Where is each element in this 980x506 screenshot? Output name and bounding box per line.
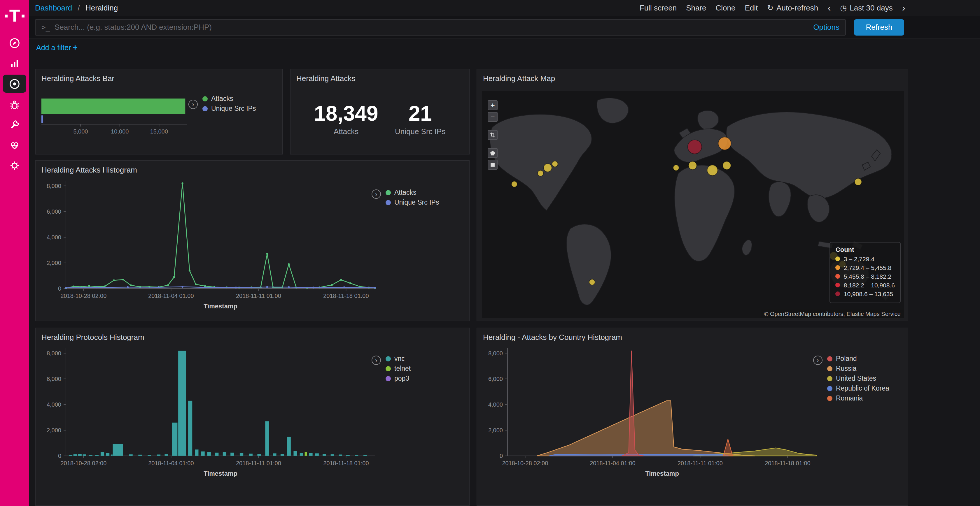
logo-letter: T (10, 7, 20, 24)
app-sidebar: T (0, 0, 29, 506)
attacks-bar-chart[interactable]: 5,00010,00015,000 (38, 90, 231, 145)
rect-select-button[interactable] (488, 160, 498, 170)
map-legend-title: Count (835, 246, 895, 253)
legend-item[interactable]: Romania (827, 395, 889, 402)
sidebar-icon-heartbeat[interactable] (0, 135, 29, 155)
legend-label: Russia (836, 365, 856, 372)
map-marker[interactable] (723, 162, 731, 170)
legend-toggle-icon[interactable]: › (188, 100, 198, 109)
fit-bounds-button[interactable] (488, 130, 498, 140)
sidebar-icon-target[interactable] (3, 75, 26, 93)
legend-item[interactable]: Attacks (386, 189, 439, 196)
auto-refresh-button[interactable]: ↻Auto-refresh (767, 3, 818, 12)
legend-label: Attacks (395, 189, 416, 196)
legend-toggle-icon[interactable]: › (372, 189, 381, 199)
legend-label: 3 – 2,729.4 (844, 255, 874, 262)
polygon-select-button[interactable] (488, 148, 498, 158)
refresh-cycle-icon: ↻ (767, 3, 773, 12)
svg-text:15,000: 15,000 (150, 128, 168, 135)
full-screen-button[interactable]: Full screen (640, 3, 677, 12)
map-marker[interactable] (552, 161, 558, 167)
svg-text:8,000: 8,000 (47, 183, 61, 189)
time-forward-button[interactable]: › (902, 3, 905, 13)
map-controls: + − (488, 100, 498, 171)
zoom-out-button[interactable]: − (488, 112, 498, 122)
sidebar-icon-gear[interactable] (0, 155, 29, 176)
legend-item[interactable]: Russia (827, 365, 889, 372)
legend-item[interactable]: 3 – 2,729.4 (835, 255, 895, 262)
refresh-button[interactable]: Refresh (854, 19, 904, 35)
breadcrumb-dashboard-link[interactable]: Dashboard (35, 3, 72, 12)
map-marker[interactable] (718, 137, 731, 150)
sidebar-icon-wrench[interactable] (0, 114, 29, 135)
map-marker[interactable] (854, 178, 862, 186)
map-marker[interactable] (511, 181, 517, 187)
legend-item[interactable]: 2,729.4 – 5,455.8 (835, 264, 895, 271)
attack-map[interactable]: + − Count 3 – 2,729.42,729.4 – 5,455.85,… (482, 91, 904, 318)
protocols-histogram-chart[interactable]: 02,0004,0006,0008,0002018-10-28 02:00201… (38, 343, 388, 489)
time-range-button[interactable]: ◷Last 30 days (840, 3, 893, 12)
map-marker[interactable] (673, 165, 679, 171)
sidebar-icon-bar-chart[interactable] (0, 53, 29, 73)
search-box[interactable]: >_ Options (35, 19, 846, 35)
legend-label: telnet (395, 365, 410, 372)
zoom-in-button[interactable]: + (488, 100, 498, 110)
legend-item[interactable]: pop3 (386, 375, 410, 382)
map-marker[interactable] (689, 162, 697, 170)
svg-text:2018-11-04 01:00: 2018-11-04 01:00 (148, 293, 194, 299)
panel-heralding-attacks-histogram: Heralding Attacks Histogram 02,0004,0006… (35, 160, 469, 321)
breadcrumb-current: Heralding (86, 3, 118, 12)
add-filter-link[interactable]: Add a filter+ (36, 43, 78, 52)
sidebar-icon-compass[interactable] (0, 33, 29, 53)
panel-title[interactable]: Heralding Attack Map (477, 69, 908, 85)
panel-heralding-protocols-histogram: Heralding Protocols Histogram 02,0004,00… (35, 328, 469, 506)
map-marker[interactable] (589, 279, 595, 285)
map-marker[interactable] (538, 170, 543, 176)
legend-item[interactable]: telnet (386, 365, 410, 372)
panel-heralding-attacks-by-country: Heralding - Attacks by Country Histogram… (477, 328, 908, 506)
panel-title[interactable]: Heralding Protocols Histogram (36, 328, 469, 344)
sidebar-icon-bug[interactable] (0, 94, 29, 114)
legend-item[interactable]: Poland (827, 355, 889, 362)
filter-bar: Add a filter+ (29, 38, 980, 56)
panel-title[interactable]: Heralding Attacks Histogram (36, 161, 469, 177)
legend-item[interactable]: Attacks (202, 95, 256, 102)
share-button[interactable]: Share (686, 3, 706, 12)
legend-item[interactable]: Republic of Korea (827, 385, 889, 392)
legend-item[interactable]: Unique Src IPs (386, 199, 439, 206)
legend-dot (386, 356, 391, 361)
legend-item[interactable]: 5,455.8 – 8,182.2 (835, 273, 895, 280)
country-histogram-chart[interactable]: 02,0004,0006,0008,0002018-10-28 02:00201… (479, 343, 829, 489)
svg-text:0: 0 (58, 453, 61, 459)
legend-dot (386, 190, 391, 195)
options-link[interactable]: Options (813, 23, 839, 32)
svg-text:6,000: 6,000 (47, 376, 61, 382)
edit-button[interactable]: Edit (745, 3, 758, 12)
metric-label: Attacks (314, 127, 378, 136)
legend-item[interactable]: Unique Src IPs (202, 105, 256, 112)
svg-text:Timestamp: Timestamp (204, 470, 237, 477)
panel-title[interactable]: Heralding - Attacks by Country Histogram (477, 328, 908, 344)
map-attribution[interactable]: © OpenStreetMap contributors, Elastic Ma… (760, 309, 904, 318)
map-marker[interactable] (707, 165, 718, 176)
legend-toggle-icon[interactable]: › (372, 355, 381, 365)
legend-item[interactable]: United States (827, 375, 889, 382)
map-marker[interactable] (544, 164, 552, 172)
t-mobile-logo[interactable]: T (0, 7, 29, 24)
legend-item[interactable]: vnc (386, 355, 410, 362)
legend-item[interactable]: 10,908.6 – 13,635 (835, 290, 895, 297)
legend-toggle-icon[interactable]: › (813, 355, 822, 365)
logo-dot (5, 14, 8, 17)
legend-item[interactable]: 8,182.2 – 10,908.6 (835, 282, 895, 289)
legend-dot (827, 366, 832, 371)
legend-dot (827, 385, 832, 391)
panel-title[interactable]: Heralding Attacks (291, 69, 469, 85)
search-input[interactable] (54, 23, 808, 32)
time-back-button[interactable]: ‹ (827, 3, 830, 13)
panel-title[interactable]: Heralding Attacks Bar (36, 69, 282, 85)
attacks-histogram-chart[interactable]: 02,0004,0006,0008,0002018-10-28 02:00201… (38, 176, 388, 321)
svg-text:2,000: 2,000 (47, 260, 61, 266)
legend-dot (386, 366, 391, 371)
map-marker[interactable] (688, 140, 702, 154)
clone-button[interactable]: Clone (716, 3, 736, 12)
